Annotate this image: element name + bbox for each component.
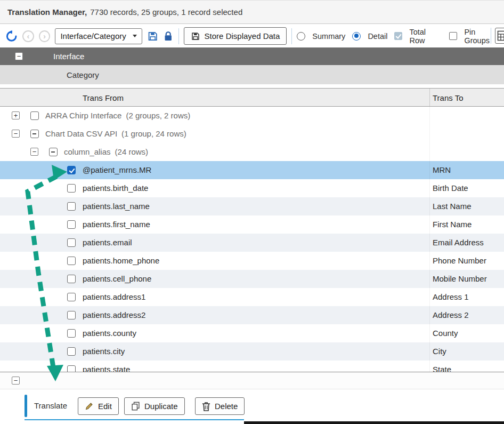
title-bar: Translation Manager, 7730 records, 25 gr… bbox=[0, 1, 504, 24]
panel-accent-bar bbox=[25, 395, 27, 417]
trans-to-value: Birth Date bbox=[433, 183, 468, 193]
undo-icon[interactable] bbox=[5, 30, 18, 43]
trans-from-value: patients.address1 bbox=[83, 292, 145, 301]
summary-radio[interactable] bbox=[297, 32, 305, 41]
table-row[interactable]: patients.emailEmail Address bbox=[0, 234, 504, 252]
row-checkbox[interactable] bbox=[67, 293, 76, 301]
group-row[interactable]: −column_alias(24 rows) bbox=[0, 143, 504, 161]
group-row[interactable]: +ARRA Chirp Interface(2 groups, 2 rows) bbox=[0, 107, 504, 125]
trans-from-value: patients.email bbox=[83, 238, 132, 247]
delete-button-label: Delete bbox=[215, 402, 238, 411]
trans-to-value: Email Address bbox=[433, 238, 484, 247]
row-checkbox[interactable] bbox=[67, 184, 76, 193]
trans-to-value: First Name bbox=[433, 220, 472, 229]
trans-from-value: patients.first_name bbox=[83, 220, 150, 229]
trans-to-value: Address 1 bbox=[433, 292, 469, 301]
view-dropdown-value: Interface/Category bbox=[60, 31, 126, 41]
save-icon[interactable] bbox=[147, 30, 158, 42]
floppy-icon bbox=[191, 31, 200, 41]
group-label: ARRA Chirp Interface(2 groups, 2 rows) bbox=[45, 111, 190, 120]
trans-to-value: MRN bbox=[433, 165, 451, 174]
table-row[interactable]: patients.first_nameFirst Name bbox=[0, 215, 504, 234]
translation-manager-window: Translation Manager, 7730 records, 25 gr… bbox=[0, 0, 504, 424]
record-summary: 7730 records, 25 groups, 1 record select… bbox=[90, 7, 242, 17]
group-checkbox[interactable] bbox=[30, 111, 39, 120]
trans-from-value: patients.last_name bbox=[83, 202, 150, 211]
row-checkbox[interactable] bbox=[67, 275, 76, 283]
row-checkbox[interactable] bbox=[67, 220, 76, 229]
trans-from-value: patients.state bbox=[83, 365, 130, 372]
back-button[interactable]: ‹ bbox=[22, 30, 34, 42]
trans-to-value: Phone Number bbox=[433, 256, 486, 265]
page-title: Translation Manager, bbox=[7, 7, 87, 17]
table-row[interactable]: patients.address1Address 1 bbox=[0, 288, 504, 306]
row-checkbox[interactable] bbox=[67, 166, 76, 174]
table-grid-icon bbox=[497, 30, 504, 41]
table-row[interactable]: patients.stateState bbox=[0, 361, 504, 372]
delete-button[interactable]: Delete bbox=[195, 397, 245, 415]
table-row[interactable]: patients.countyCounty bbox=[0, 324, 504, 342]
panel-underline bbox=[25, 419, 244, 420]
pin-groups-checkbox[interactable] bbox=[449, 32, 457, 40]
toolbar-separator bbox=[491, 28, 491, 44]
table-row[interactable]: patients.address2Address 2 bbox=[0, 306, 504, 324]
total-row-checkbox[interactable] bbox=[394, 32, 402, 40]
group-row[interactable]: −Chart Data CSV API(1 group, 24 rows) bbox=[0, 125, 504, 143]
trans-to-value: Address 2 bbox=[433, 310, 469, 319]
trans-to-value: County bbox=[433, 329, 458, 338]
column-header-row: Trans From Trans To bbox=[0, 88, 504, 107]
column-divider bbox=[429, 89, 430, 106]
translate-panel-label: Translate bbox=[34, 401, 67, 410]
row-checkbox[interactable] bbox=[67, 202, 76, 211]
toolbar: ‹ › Interface/Category Store Displayed D… bbox=[0, 25, 504, 47]
store-button-label: Store Displayed Data bbox=[205, 31, 280, 41]
view-dropdown[interactable]: Interface/Category bbox=[55, 28, 142, 44]
group-label: Chart Data CSV API(1 group, 24 rows) bbox=[45, 129, 186, 138]
detail-radio[interactable] bbox=[352, 32, 361, 41]
detail-radio-label: Detail bbox=[368, 32, 387, 41]
table-row[interactable]: @patient_mrns.MRMRN bbox=[0, 161, 504, 179]
trans-from-value: patients.home_phone bbox=[83, 256, 159, 265]
collapse-icon[interactable]: − bbox=[12, 377, 20, 385]
duplicate-button[interactable]: Duplicate bbox=[124, 397, 185, 415]
group-checkbox[interactable] bbox=[30, 130, 39, 138]
store-displayed-data-button[interactable]: Store Displayed Data bbox=[184, 27, 287, 45]
row-checkbox[interactable] bbox=[67, 365, 76, 372]
table-row[interactable]: patients.birth_dateBirth Date bbox=[0, 179, 504, 197]
duplicate-button-label: Duplicate bbox=[144, 402, 178, 411]
table-grid-button[interactable] bbox=[495, 28, 504, 44]
forward-button[interactable]: › bbox=[39, 30, 51, 42]
total-row-label: Total Row bbox=[409, 28, 442, 45]
translate-panel: Translate Edit Duplicate Delete bbox=[0, 389, 504, 421]
row-checkbox[interactable] bbox=[67, 311, 76, 319]
group-label: column_alias(24 rows) bbox=[64, 147, 148, 156]
edit-button[interactable]: Edit bbox=[78, 397, 119, 415]
table-row[interactable]: patients.cell_phoneMobile Number bbox=[0, 270, 504, 288]
collapse-icon[interactable]: − bbox=[30, 148, 38, 156]
trans-from-value: patients.birth_date bbox=[83, 183, 148, 193]
group-checkbox[interactable] bbox=[49, 148, 58, 156]
trans-from-column-header[interactable]: Trans From bbox=[83, 93, 124, 102]
collapse-icon[interactable]: − bbox=[12, 130, 20, 138]
trans-to-column-header[interactable]: Trans To bbox=[433, 93, 464, 102]
interface-group-header: − Interface bbox=[0, 47, 504, 65]
row-checkbox[interactable] bbox=[67, 347, 76, 356]
table-row[interactable]: patients.last_nameLast Name bbox=[0, 197, 504, 215]
trans-to-value: Last Name bbox=[433, 202, 472, 211]
trans-from-value: patients.cell_phone bbox=[83, 274, 151, 283]
row-checkbox[interactable] bbox=[67, 257, 76, 265]
trans-from-value: patients.city bbox=[83, 347, 125, 356]
table-row[interactable]: patients.home_phonePhone Number bbox=[0, 252, 504, 270]
summary-radio-label: Summary bbox=[312, 32, 345, 41]
row-checkbox[interactable] bbox=[67, 329, 76, 338]
toolbar-separator bbox=[178, 28, 179, 44]
row-checkbox[interactable] bbox=[67, 238, 76, 247]
category-group-header: Category bbox=[0, 65, 504, 84]
pencil-icon bbox=[85, 402, 94, 411]
trans-to-value: Mobile Number bbox=[433, 274, 487, 283]
copy-icon bbox=[131, 402, 140, 411]
expand-icon[interactable]: + bbox=[12, 111, 20, 119]
lock-icon[interactable] bbox=[163, 30, 173, 42]
table-row[interactable]: patients.cityCity bbox=[0, 342, 504, 361]
collapse-icon[interactable]: − bbox=[15, 52, 23, 60]
